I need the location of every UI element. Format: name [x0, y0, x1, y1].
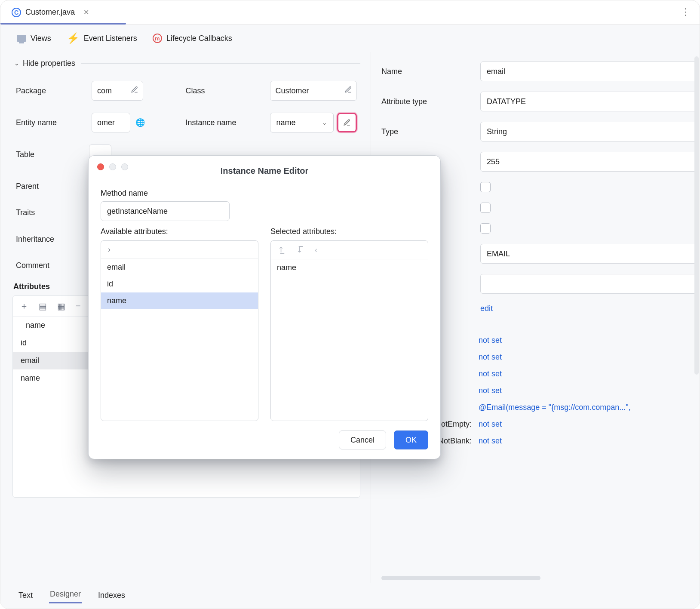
- views-label: Views: [31, 34, 51, 43]
- name-input[interactable]: email: [480, 62, 697, 81]
- parent-label: Parent: [16, 182, 79, 191]
- selected-item[interactable]: name: [271, 259, 428, 276]
- editor-tab-bar: C Customer.java ✕ ⋯: [0, 0, 700, 25]
- column-definition-input[interactable]: [480, 274, 697, 294]
- instance-name-select[interactable]: name ⌄: [270, 113, 334, 132]
- selected-toolbar: ↑̲ ↓̅ ‹: [271, 241, 428, 259]
- available-item[interactable]: id: [101, 276, 258, 292]
- move-down-icon[interactable]: ↓̅: [296, 245, 303, 255]
- chevron-down-icon: ⌄: [322, 119, 327, 126]
- section-divider: [81, 63, 360, 64]
- validation-value-link[interactable]: not set: [479, 420, 502, 429]
- instance-name-editor-dialog: Instance Name Editor Method name getInst…: [88, 155, 441, 459]
- chevron-down-icon: ⌄: [14, 60, 19, 67]
- attribute-type-input[interactable]: DATATYPE: [480, 92, 697, 111]
- inheritance-label: Inheritance: [16, 235, 79, 244]
- length-input[interactable]: 255: [480, 152, 697, 172]
- selected-attributes-listbox[interactable]: ↑̲ ↓̅ ‹ name: [270, 240, 428, 421]
- available-attributes-listbox[interactable]: › emailidname: [101, 240, 258, 421]
- tab-indexes[interactable]: Indexes: [97, 587, 126, 603]
- column-value: EMAIL: [487, 249, 510, 258]
- tab-active-underline: [0, 23, 126, 25]
- validation-value-link[interactable]: not set: [479, 336, 502, 345]
- vertical-scrollbar[interactable]: [694, 56, 699, 375]
- package-input[interactable]: com: [92, 81, 143, 101]
- class-icon: C: [12, 8, 21, 17]
- views-button[interactable]: Views: [17, 34, 51, 43]
- entity-name-input[interactable]: omer: [92, 113, 130, 132]
- column-input[interactable]: EMAIL: [480, 244, 697, 264]
- hide-properties-row: ⌄ Hide properties: [12, 56, 360, 71]
- method-name-input[interactable]: getInstanceName: [101, 201, 230, 221]
- minimize-window-icon[interactable]: [109, 163, 116, 170]
- class-value: Customer: [276, 86, 309, 95]
- cancel-button[interactable]: Cancel: [339, 431, 386, 449]
- traits-label: Traits: [16, 208, 79, 217]
- method-name-value: getInstanceName: [107, 207, 168, 216]
- validation-value-link[interactable]: not set: [479, 353, 502, 362]
- length-value: 255: [487, 157, 500, 166]
- class-label: Class: [186, 86, 263, 95]
- instance-name-value: name: [276, 118, 296, 127]
- available-toolbar: ›: [101, 241, 258, 259]
- bottom-tab-bar: Text Designer Indexes: [0, 583, 700, 609]
- add-icon[interactable]: ＋: [20, 300, 28, 312]
- validation-value-link[interactable]: not set: [479, 437, 502, 446]
- attribute-type-value: DATATYPE: [487, 97, 526, 106]
- move-left-icon[interactable]: ‹: [315, 246, 317, 255]
- pencil-icon[interactable]: [344, 86, 352, 96]
- instance-name-label: Instance name: [186, 118, 263, 127]
- move-up-icon[interactable]: ↑̲: [278, 245, 284, 255]
- available-item[interactable]: email: [101, 259, 258, 276]
- remove-icon[interactable]: −: [76, 301, 81, 311]
- ok-button[interactable]: OK: [394, 431, 428, 449]
- close-tab-icon[interactable]: ✕: [83, 8, 89, 16]
- monitor-icon: [17, 35, 26, 42]
- validation-value-link[interactable]: not set: [479, 386, 502, 395]
- checkbox-3[interactable]: [480, 223, 491, 234]
- entity-name-value: omer: [97, 118, 115, 127]
- package-value: com: [97, 86, 112, 95]
- validation-value-link[interactable]: not set: [479, 369, 502, 378]
- type-value: String: [487, 127, 507, 136]
- package-label: Package: [16, 86, 85, 95]
- bolt-icon: ⚡: [67, 32, 80, 44]
- window-controls: [97, 163, 128, 170]
- more-menu-icon[interactable]: ⋯: [680, 7, 691, 18]
- entity-name-label: Entity name: [16, 118, 85, 127]
- class-input[interactable]: Customer: [270, 81, 357, 101]
- move-right-icon[interactable]: ›: [108, 245, 111, 254]
- globe-icon[interactable]: 🌐: [135, 118, 145, 127]
- maximize-window-icon[interactable]: [121, 163, 128, 170]
- type-label: Type: [381, 127, 472, 136]
- instance-name-edit-button[interactable]: [337, 113, 357, 132]
- dialog-actions: Cancel OK: [101, 431, 428, 449]
- file-tab-customer[interactable]: C Customer.java ✕: [9, 8, 92, 17]
- dialog-title: Instance Name Editor: [101, 164, 428, 185]
- event-listeners-button[interactable]: ⚡ Event Listeners: [67, 32, 137, 44]
- horizontal-scrollbar[interactable]: [381, 576, 540, 580]
- pencil-icon[interactable]: [131, 86, 138, 96]
- calendar-icon[interactable]: ▦: [57, 301, 65, 311]
- lifecycle-icon: m: [153, 34, 162, 43]
- column-icon[interactable]: ▤: [39, 301, 47, 311]
- tab-designer[interactable]: Designer: [49, 586, 82, 603]
- close-window-icon[interactable]: [97, 163, 104, 170]
- attribute-type-label: Attribute type: [381, 97, 472, 106]
- checkbox-2[interactable]: [480, 203, 491, 213]
- tab-text[interactable]: Text: [18, 587, 34, 603]
- name-value: email: [487, 67, 505, 76]
- event-listeners-label: Event Listeners: [84, 34, 137, 43]
- hide-properties-toggle[interactable]: ⌄ Hide properties: [12, 56, 77, 71]
- available-item[interactable]: name: [101, 292, 258, 309]
- selected-attributes-label: Selected attributes:: [270, 227, 428, 236]
- designer-toolbar: Views ⚡ Event Listeners m Lifecycle Call…: [0, 25, 700, 52]
- type-input[interactable]: String: [480, 122, 697, 141]
- validation-value-link[interactable]: @Email(message = "{msg://com.compan...",: [479, 403, 631, 412]
- edit-link[interactable]: edit: [480, 304, 493, 313]
- method-name-label: Method name: [101, 185, 428, 201]
- lifecycle-callbacks-button[interactable]: m Lifecycle Callbacks: [153, 34, 232, 43]
- name-label: Name: [381, 67, 472, 76]
- hide-properties-label: Hide properties: [23, 59, 75, 68]
- checkbox-1[interactable]: [480, 182, 491, 192]
